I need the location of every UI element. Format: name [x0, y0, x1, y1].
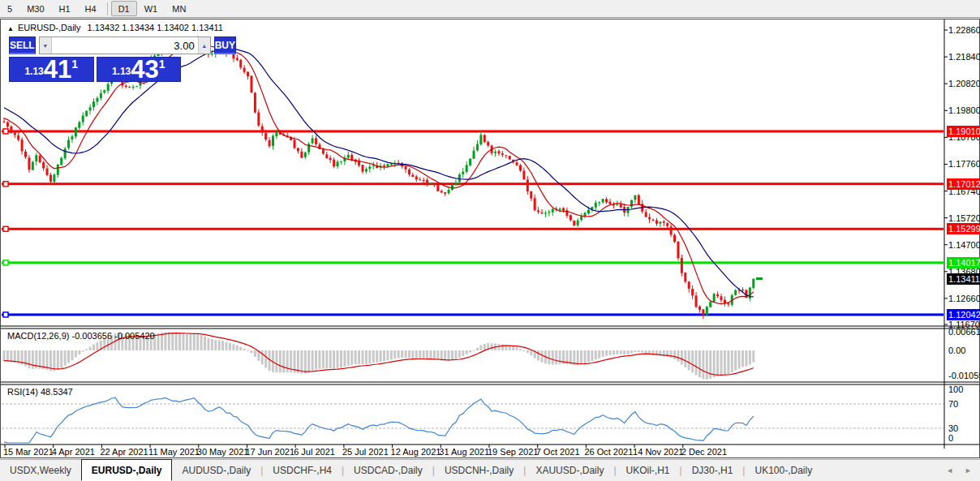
chart-tab[interactable]: USDCHF-,H4: [263, 462, 342, 479]
date-axis-label: 25 Jul 2021: [342, 447, 389, 457]
timeframe-button-d1[interactable]: D1: [111, 1, 137, 16]
volume-decrease-button[interactable]: ▼: [40, 37, 52, 54]
date-axis-label: 6 Jul 2021: [294, 447, 335, 457]
date-axis-label: 31 Aug 2021: [439, 447, 489, 457]
rsi-value: 48.5347: [41, 387, 73, 397]
buy-price-box[interactable]: 1.13431: [97, 57, 182, 82]
up-arrow-icon: ▲: [201, 43, 207, 49]
down-arrow-icon: ▼: [42, 43, 48, 49]
rsi-axis-label: 100: [948, 384, 963, 394]
date-axis-label: 17 Jun 2021: [246, 447, 295, 457]
date-axis: 15 Mar 20214 Apr 202122 Apr 202111 May 2…: [1, 19, 946, 458]
price-axis-label: 1.19800: [948, 105, 980, 115]
date-axis-label: 2 Dec 2021: [681, 447, 727, 457]
price-axis-label: 1.20820: [948, 79, 980, 88]
date-axis-label: 30 May 2021: [197, 447, 249, 457]
sell-price-big: 41: [44, 58, 71, 80]
date-axis-label: 26 Oct 2021: [584, 447, 633, 457]
chart-tab[interactable]: EURUSD-,Daily: [81, 459, 173, 481]
tab-scroll-right-icon[interactable]: ►: [965, 466, 972, 475]
chart-window: ▲EURUSD-,Daily1.13432 1.13434 1.13402 1.…: [0, 19, 980, 458]
date-axis-label: 19 Sep 2021: [488, 447, 538, 457]
macd-axis-label: 0.00: [948, 346, 965, 355]
date-axis-label: 14 Nov 2021: [633, 447, 683, 457]
macd-axis-label: -0.010595: [948, 371, 980, 380]
current-price-tag: 1.13411: [947, 273, 980, 285]
date-axis-label: 15 Mar 2021: [3, 447, 54, 457]
collapse-panel-icon[interactable]: ▲: [7, 25, 14, 32]
chart-ohlc-header: ▲EURUSD-,Daily1.13432 1.13434 1.13402 1.…: [7, 23, 223, 32]
date-axis-label: 7 Oct 2021: [536, 447, 580, 457]
price-axis-label: 1.15720: [948, 213, 980, 223]
chart-tab[interactable]: AUDUSD-,Daily: [172, 462, 260, 479]
price-line-tag: 1.15299: [947, 223, 980, 234]
price-axis: 1.228601.218401.208201.198001.187801.177…: [947, 19, 980, 458]
tab-scroll-left-icon[interactable]: ◄: [946, 466, 953, 475]
chart-tab[interactable]: DJ30-,H1: [682, 462, 743, 479]
timeframe-button-m30[interactable]: M30: [19, 1, 51, 17]
chart-tab[interactable]: UKOil-,H1: [617, 462, 680, 479]
rsi-indicator-label: RSI(14) 48.5347: [7, 387, 73, 397]
volume-spinner: ▼ ▲: [39, 37, 211, 54]
chart-tab[interactable]: USDX,Weekly: [0, 462, 81, 479]
timeframe-button-w1[interactable]: W1: [137, 1, 165, 17]
one-click-trading-panel: SELL ▼ ▲ BUY 1.13411 1.13431: [9, 37, 181, 82]
buy-price-sup: 1: [159, 58, 165, 71]
buy-price-prefix: 1.13: [112, 66, 131, 77]
volume-increase-button[interactable]: ▲: [198, 37, 210, 54]
date-axis-label: 22 Apr 2021: [100, 447, 148, 457]
macd-axis-label: 0.006611: [948, 327, 980, 337]
timeframe-button-5[interactable]: 5: [0, 1, 19, 17]
sell-price-prefix: 1.13: [24, 66, 43, 77]
price-line-tag: 1.14017: [947, 257, 980, 268]
sell-price-sup: 1: [71, 58, 78, 71]
chart-tab[interactable]: USDCAD-,Daily: [344, 462, 432, 479]
chart-tab-bar: USDX,WeeklyEURUSD-,DailyAUDUSD-,Daily|US…: [0, 459, 980, 481]
price-line-tag: 1.17012: [947, 178, 980, 190]
price-line-tag: 1.12042: [947, 309, 980, 320]
timeframe-button-h4[interactable]: H4: [78, 1, 104, 17]
buy-button[interactable]: BUY: [214, 37, 236, 54]
price-axis-label: 1.22860: [948, 25, 980, 35]
rsi-axis-label: 30: [948, 423, 958, 433]
timeframe-button-mn[interactable]: MN: [165, 1, 193, 17]
chart-quotes: 1.13432 1.13434 1.13402 1.13411: [88, 23, 223, 32]
chart-tab[interactable]: UK100-,Daily: [745, 462, 822, 479]
sell-price-box[interactable]: 1.13411: [9, 57, 94, 82]
rsi-axis-label: 0: [948, 433, 953, 443]
price-axis-label: 1.21840: [948, 52, 980, 62]
date-axis-label: 4 Apr 2021: [52, 447, 95, 457]
price-axis-label: 1.12660: [948, 294, 980, 303]
date-axis-label: 12 Aug 2021: [391, 447, 441, 457]
macd-values: -0.003656 -0.005420: [71, 331, 154, 341]
chart-title: EURUSD-,Daily: [18, 23, 81, 32]
price-axis-label: 1.17760: [948, 159, 980, 169]
chart-tab[interactable]: USDCNH-,Daily: [435, 462, 523, 479]
toolbar-separator: [107, 2, 108, 15]
timeframe-toolbar: 5M30H1H4D1W1MN: [0, 0, 980, 18]
price-line-tag: 1.19010: [947, 126, 980, 137]
tab-scroll-nav: ◄►: [946, 466, 980, 475]
buy-price-big: 43: [131, 58, 158, 80]
macd-indicator-label: MACD(12,26,9) -0.003656 -0.005420: [7, 331, 155, 341]
chart-tab[interactable]: XAUUSD-,Daily: [526, 462, 613, 479]
date-axis-label: 11 May 2021: [148, 447, 200, 457]
volume-input[interactable]: [52, 37, 198, 54]
timeframe-button-h1[interactable]: H1: [52, 1, 78, 17]
price-axis-label: 1.14700: [948, 240, 980, 250]
sell-button[interactable]: SELL: [9, 37, 36, 54]
rsi-axis-label: 70: [948, 399, 958, 409]
